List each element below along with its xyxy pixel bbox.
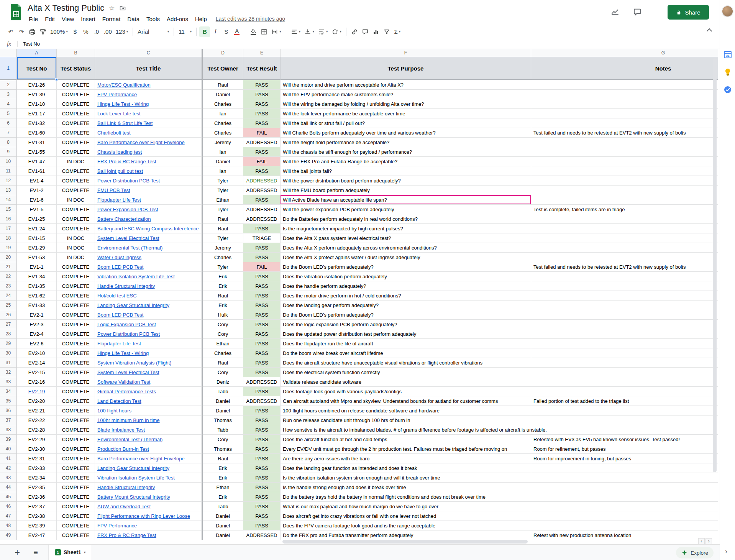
cell-C4[interactable]: Hinge Life Test - Wiring (95, 99, 203, 109)
cell-C27[interactable]: Logic Expansion PCB Test (95, 320, 203, 329)
cell-D7[interactable]: Charles (203, 128, 243, 138)
cell-B24[interactable]: COMPLETE (57, 291, 95, 301)
row-header-9[interactable]: 9 (0, 147, 17, 157)
cell-E4[interactable]: PASS (243, 99, 281, 109)
cell-F41[interactable]: Are there any aero issues with the baro (281, 454, 531, 463)
row-header-5[interactable]: 5 (0, 109, 17, 118)
star-icon[interactable]: ☆ (109, 4, 115, 12)
cell-C42[interactable]: Landing Gear Structural Integrity (95, 463, 203, 473)
cell-F11[interactable]: Will the ball joints fail? (281, 166, 531, 176)
vertical-align-button[interactable]: ▾ (302, 26, 316, 37)
cell-G22[interactable] (531, 272, 718, 281)
cell-G21[interactable]: Test failed and needs to be retested at … (531, 262, 718, 272)
cell-D31[interactable]: Raul (203, 358, 243, 368)
cell-C11[interactable]: Ball joint pull out test (95, 166, 203, 176)
cell-F13[interactable]: Will the FMU board perform adequately (281, 186, 531, 195)
font-size-selector[interactable]: 11 ▾ (177, 26, 194, 37)
cell-F22[interactable]: Does the vibration isolation perform ade… (281, 272, 531, 281)
cell-G5[interactable] (531, 109, 718, 118)
cell-A36[interactable]: EV2-21 (17, 406, 57, 415)
cell-B31[interactable]: COMPLETE (57, 358, 95, 368)
cell-C20[interactable]: Water / dust ingress (95, 253, 203, 262)
cell-E29[interactable]: PASS (243, 339, 281, 348)
cell-G13[interactable] (531, 186, 718, 195)
cell-D26[interactable]: Hulk (203, 310, 243, 320)
cell-B4[interactable]: COMPLETE (57, 99, 95, 109)
cell-B30[interactable]: COMPLETE (57, 348, 95, 358)
borders-button[interactable] (259, 26, 269, 37)
cell-A12[interactable]: EV1-4 (17, 176, 57, 186)
tasks-icon[interactable] (723, 85, 732, 94)
cell-D13[interactable]: Tyler (203, 186, 243, 195)
cell-C24[interactable]: Hot/cold test ESC (95, 291, 203, 301)
row-header-12[interactable]: 12 (0, 176, 17, 186)
cell-B5[interactable]: COMPLETE (57, 109, 95, 118)
scroll-left-button[interactable]: ‹ (698, 538, 705, 544)
menu-item-data[interactable]: Data (124, 15, 143, 23)
cell-A19[interactable]: EV1-29 (17, 243, 57, 253)
cell-B32[interactable]: COMPLETE (57, 368, 95, 377)
cell-G24[interactable] (531, 291, 718, 301)
cell-B42[interactable]: COMPLETE (57, 463, 95, 473)
cell-A44[interactable]: EV2-35 (17, 483, 57, 492)
cell-G20[interactable] (531, 253, 718, 262)
cell-E36[interactable]: PASS (243, 406, 281, 415)
strikethrough-button[interactable]: S (221, 26, 231, 37)
cell-B29[interactable]: COMPLETE (57, 339, 95, 348)
cell-A42[interactable]: EV2-33 (17, 463, 57, 473)
cell-F43[interactable]: Is the vibration isolation system stron … (281, 473, 531, 483)
row-header-38[interactable]: 38 (0, 425, 17, 435)
cell-D9[interactable]: Ian (203, 147, 243, 157)
insert-chart-button[interactable] (371, 26, 381, 37)
row-header-39[interactable]: 39 (0, 435, 17, 444)
cell-D39[interactable]: Cory (203, 435, 243, 444)
cell-B15[interactable]: COMPLETE (57, 205, 95, 214)
cell-A10[interactable]: EV1-47 (17, 157, 57, 166)
row-header-16[interactable]: 16 (0, 214, 17, 224)
row-header-10[interactable]: 10 (0, 157, 17, 166)
cell-A23[interactable]: EV1-35 (17, 281, 57, 291)
cell-C49[interactable]: FRX Pro & RC Range Test (95, 530, 203, 540)
cell-D43[interactable]: Erik (203, 473, 243, 483)
cell-C37[interactable]: 100hr minimum Burn in time (95, 415, 203, 425)
cell-E9[interactable]: PASS (243, 147, 281, 157)
document-title[interactable]: Alta X Testing Public (28, 3, 104, 13)
header-cell-D1[interactable]: Test Owner (203, 57, 243, 80)
header-cell-F1[interactable]: Test Purpose (281, 57, 531, 80)
cell-B46[interactable]: COMPLETE (57, 502, 95, 511)
cell-A21[interactable]: EV1-1 (17, 262, 57, 272)
cell-G47[interactable] (531, 511, 718, 521)
cell-F24[interactable]: Does the motor drive perform in hot / co… (281, 291, 531, 301)
insert-comment-button[interactable] (360, 26, 371, 37)
user-avatar[interactable] (722, 5, 733, 17)
cell-G23[interactable] (531, 281, 718, 291)
cell-F8[interactable]: Will the height hold performance be acce… (281, 138, 531, 147)
merge-cells-button[interactable]: ▾ (269, 26, 283, 37)
cell-B44[interactable]: COMPLETE (57, 483, 95, 492)
cell-B8[interactable]: COMPLETE (57, 138, 95, 147)
cell-G4[interactable] (531, 99, 718, 109)
cell-G38[interactable] (531, 425, 718, 435)
cell-G17[interactable] (531, 224, 718, 233)
cell-E7[interactable]: FAIL (243, 128, 281, 138)
cell-A34[interactable]: EV2-19 (17, 387, 57, 396)
cell-E5[interactable]: PASS (243, 109, 281, 118)
cell-C46[interactable]: AUW and Overload Test (95, 502, 203, 511)
cell-E47[interactable]: PASS (243, 511, 281, 521)
cell-E31[interactable]: PASS (243, 358, 281, 368)
cell-A15[interactable]: EV1-5 (17, 205, 57, 214)
menu-item-view[interactable]: View (58, 15, 77, 23)
functions-button[interactable]: Σ ▾ (392, 26, 403, 37)
cell-A2[interactable]: EV1-26 (17, 80, 57, 90)
row-header-14[interactable]: 14 (0, 195, 17, 205)
cell-E42[interactable]: PASS (243, 463, 281, 473)
row-header-3[interactable]: 3 (0, 90, 17, 99)
header-cell-C1[interactable]: Test Title (95, 57, 203, 80)
cell-A37[interactable]: EV2-22 (17, 415, 57, 425)
row-header-26[interactable]: 26 (0, 310, 17, 320)
all-sheets-button[interactable]: ≡ (30, 548, 41, 557)
cell-A39[interactable]: EV2-29 (17, 435, 57, 444)
cell-B37[interactable]: COMPLETE (57, 415, 95, 425)
cell-B18[interactable]: IN DOC (57, 233, 95, 243)
cell-G28[interactable] (531, 329, 718, 339)
